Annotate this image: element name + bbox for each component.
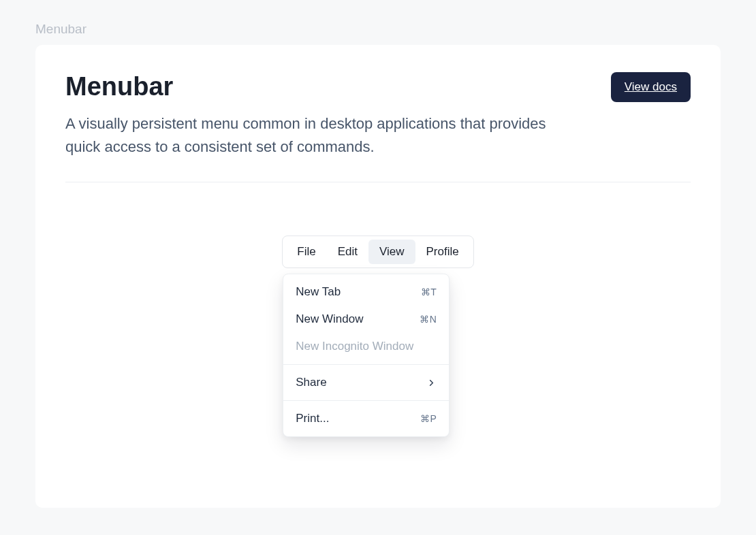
menu-item-new-tab[interactable]: New Tab ⌘T xyxy=(283,278,449,306)
menubar-trigger-file[interactable]: File xyxy=(286,240,326,264)
header-row: Menubar A visually persistent menu commo… xyxy=(65,72,691,159)
menu-item-label: Share xyxy=(296,376,326,389)
menubar-trigger-profile[interactable]: Profile xyxy=(415,240,470,264)
menu-item-share[interactable]: Share xyxy=(283,369,449,396)
page-description: A visually persistent menu common in des… xyxy=(65,112,583,159)
component-card: Menubar A visually persistent menu commo… xyxy=(35,45,721,508)
menu-item-label: New Window xyxy=(296,312,363,326)
menu-item-shortcut: ⌘T xyxy=(421,287,437,297)
menubar-trigger-edit[interactable]: Edit xyxy=(327,240,368,264)
menubar-trigger-view[interactable]: View xyxy=(368,240,415,264)
menu-item-label: New Tab xyxy=(296,285,341,299)
page-breadcrumb-label: Menubar xyxy=(0,0,756,37)
menu-item-new-window[interactable]: New Window ⌘N xyxy=(283,306,449,333)
dropdown-menu: New Tab ⌘T New Window ⌘N New Incognito W… xyxy=(283,274,450,437)
menu-item-label: New Incognito Window xyxy=(296,340,413,353)
chevron-right-icon xyxy=(426,378,437,388)
menu-item-shortcut: ⌘P xyxy=(420,413,437,424)
view-docs-button[interactable]: View docs xyxy=(611,72,691,102)
page-title: Menubar xyxy=(65,72,583,101)
header-text-block: Menubar A visually persistent menu commo… xyxy=(65,72,583,159)
menu-item-print[interactable]: Print... ⌘P xyxy=(283,405,449,432)
menu-separator xyxy=(283,364,449,365)
menu-separator xyxy=(283,400,449,401)
demo-area: File Edit View Profile New Tab ⌘T New Wi… xyxy=(65,182,691,268)
menubar: File Edit View Profile New Tab ⌘T New Wi… xyxy=(282,236,473,268)
menu-item-shortcut: ⌘N xyxy=(420,314,437,325)
menu-item-new-incognito-window: New Incognito Window xyxy=(283,333,449,360)
menu-item-label: Print... xyxy=(296,412,329,425)
